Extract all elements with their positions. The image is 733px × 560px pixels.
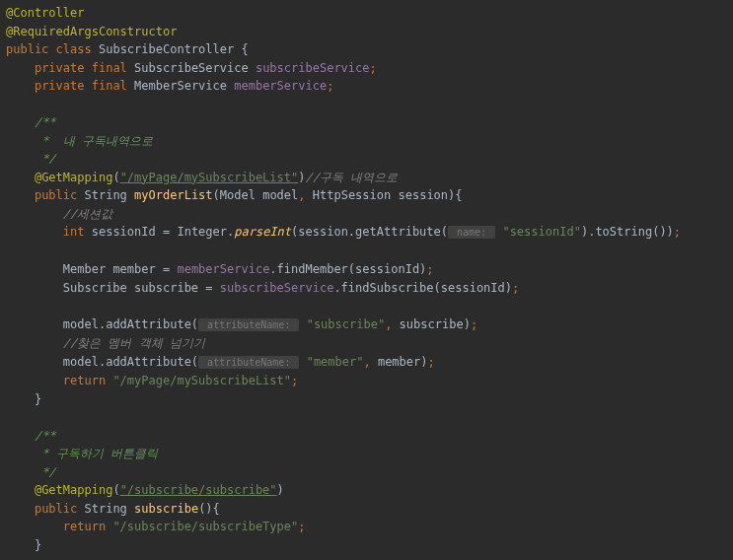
string: "/myPage/mySubscribeList" [112, 374, 291, 387]
code-line: //찾은 멤버 객체 넘기기 [0, 334, 733, 353]
code-line: private final MemberService memberServic… [0, 77, 733, 96]
code-line: /** [0, 427, 733, 446]
class-name: SubscribeController [99, 42, 234, 56]
blank-line [0, 243, 733, 261]
string: "subscribe" [307, 317, 385, 331]
annotation: @GetMapping [35, 171, 112, 184]
field: memberService [177, 262, 269, 276]
annotation: @Controller [6, 6, 84, 20]
type: SubscribeService [134, 61, 249, 75]
string-url[interactable]: "/subscribe/subscribe" [120, 483, 277, 497]
doc-comment: */ [41, 152, 55, 166]
doc-comment: * 구독하기 버튼클릭 [41, 447, 158, 460]
blank-line [0, 297, 733, 315]
keyword: public [35, 188, 77, 202]
keyword: return [63, 520, 106, 533]
code-line: } [0, 536, 733, 555]
code-line: private final SubscribeService subscribe… [0, 59, 733, 78]
code-line: @GetMapping("/subscribe/subscribe") [0, 481, 733, 500]
type: String [85, 188, 127, 202]
code-line: @GetMapping("/myPage/mySubscribeList")//… [0, 169, 733, 187]
comment: //구독 내역으로 [305, 171, 398, 184]
static-method: parseInt [234, 225, 291, 239]
code-line: int sessionId = Integer.parseInt(session… [0, 223, 733, 243]
semicolon: ; [327, 79, 333, 93]
code-line: @Controller [0, 4, 733, 23]
keyword: private [35, 61, 85, 75]
string: "member" [307, 355, 364, 369]
code-line: return "/subscribe/subscribeType"; [0, 518, 733, 536]
keyword: private [35, 79, 85, 93]
code-line: @RequiredArgsConstructor [0, 23, 733, 41]
keyword: public [6, 42, 48, 56]
code-line: public String subscribe(){ [0, 500, 733, 519]
string-url[interactable]: "/myPage/mySubscribeList" [120, 171, 299, 184]
code-line: Subscribe subscribe = subscribeService.f… [0, 279, 733, 298]
code-line: model.addAttribute( attributeName: "subs… [0, 315, 733, 335]
code-line: return "/myPage/mySubscribeList"; [0, 372, 733, 390]
comment: //세션값 [63, 207, 112, 221]
method-name: myOrderList [134, 188, 212, 202]
field: subscribeService [256, 61, 370, 75]
code-line: } [0, 390, 733, 409]
semicolon: ; [370, 61, 377, 75]
field: memberService [234, 79, 327, 93]
field: subscribeService [220, 281, 334, 295]
keyword: return [63, 374, 106, 387]
code-line: * 구독하기 버튼클릭 [0, 445, 733, 463]
doc-comment: /** [35, 429, 56, 443]
string: "sessionId" [502, 225, 580, 239]
annotation: @RequiredArgsConstructor [6, 25, 177, 38]
brace: { [241, 42, 248, 56]
param-hint: attributeName: [198, 318, 299, 331]
blank-line [0, 408, 733, 427]
code-editor[interactable]: @Controller @RequiredArgsConstructor pub… [0, 4, 733, 554]
code-line: Member member = memberService.findMember… [0, 260, 733, 279]
code-line: public String myOrderList(Model model, H… [0, 186, 733, 205]
keyword: public [35, 502, 77, 516]
keyword: final [92, 61, 127, 75]
keyword: final [92, 79, 127, 93]
doc-comment: */ [41, 465, 55, 479]
code-line: model.addAttribute( attributeName: "memb… [0, 353, 733, 373]
param-hint: attributeName: [198, 356, 299, 369]
string: "/subscribe/subscribeType" [112, 520, 298, 533]
code-line: public class SubscribeController { [0, 40, 733, 59]
code-line: */ [0, 150, 733, 169]
annotation: @GetMapping [35, 483, 112, 497]
doc-comment: /** [35, 115, 56, 129]
code-line: /** [0, 113, 733, 132]
type: MemberService [134, 79, 227, 93]
param-hint: name: [448, 226, 495, 239]
code-line: */ [0, 463, 733, 482]
keyword: int [63, 225, 85, 239]
method-name: subscribe [134, 502, 198, 516]
comment: //찾은 멤버 객체 넘기기 [63, 336, 205, 350]
code-line: * 내 구독내역으로 [0, 132, 733, 151]
blank-line [0, 96, 733, 114]
doc-comment: * 내 구독내역으로 [41, 134, 153, 148]
keyword: class [56, 42, 92, 56]
code-line: //세션값 [0, 205, 733, 224]
